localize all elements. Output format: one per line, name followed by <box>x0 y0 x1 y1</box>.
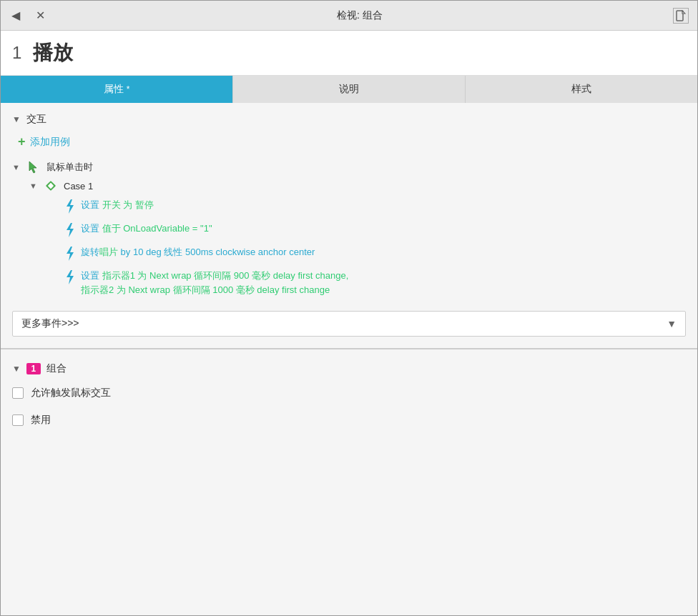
allow-mouse-label: 允许触发鼠标交互 <box>31 387 111 399</box>
allow-mouse-row: 允许触发鼠标交互 <box>1 379 697 407</box>
titlebar-controls: ◀ ✕ <box>9 9 46 22</box>
action-text-2: 设置 值于 OnLoadVariable = "1" <box>81 222 212 236</box>
bolt-icon-2 <box>65 222 75 239</box>
group-header: ▼ 1 组合 <box>1 358 697 379</box>
add-case-label: 添加用例 <box>30 136 70 149</box>
case-expand-arrow-icon[interactable]: ▼ <box>29 182 38 190</box>
main-content: ▼ 交互 + 添加用例 ▼ 鼠标单击时 ▼ <box>1 103 697 615</box>
group-label: 组合 <box>46 362 67 375</box>
bolt-icon-1 <box>65 198 75 216</box>
page-title: 播放 <box>33 39 73 66</box>
main-window: ◀ ✕ 检视: 组合 1 播放 属性* 说明 样式 ▼ 交互 <box>0 0 698 616</box>
case1-label: Case 1 <box>64 181 93 192</box>
action-row-2: 设置 值于 OnLoadVariable = "1" <box>1 219 697 242</box>
action-text-3: 旋转唱片 by 10 deg 线性 500ms clockwise anchor… <box>81 245 315 259</box>
action-row-4: 设置 指示器1 为 Next wrap 循环间隔 900 毫秒 delay fi… <box>1 266 697 299</box>
action-text-4: 设置 指示器1 为 Next wrap 循环间隔 900 毫秒 delay fi… <box>81 269 348 297</box>
disable-row: 禁用 <box>1 407 697 434</box>
more-events-dropdown[interactable]: 更多事件>>> ▼ <box>12 311 686 337</box>
page-number: 1 <box>12 43 21 63</box>
allow-mouse-checkbox[interactable] <box>12 387 24 399</box>
disable-label: 禁用 <box>31 414 51 427</box>
svg-marker-6 <box>67 247 74 261</box>
group-badge: 1 <box>26 363 41 374</box>
mouse-event-label: 鼠标单击时 <box>46 161 93 174</box>
more-events-label: 更多事件>>> <box>21 317 79 330</box>
svg-marker-7 <box>67 270 74 284</box>
svg-marker-1 <box>29 162 36 173</box>
action-row-1: 设置 开关 为 暂停 <box>1 195 697 219</box>
mouse-icon <box>26 160 41 174</box>
svg-marker-5 <box>67 223 74 237</box>
tab-bar: 属性* 说明 样式 <box>1 76 697 103</box>
tab-description[interactable]: 说明 <box>233 76 466 103</box>
bolt-icon-3 <box>65 245 75 263</box>
mouse-event-row: ▼ 鼠标单击时 <box>1 158 697 177</box>
group-collapse-arrow-icon[interactable]: ▼ <box>12 364 21 374</box>
dropdown-arrow-icon: ▼ <box>667 318 677 329</box>
expand-arrow-icon[interactable]: ▼ <box>12 163 21 172</box>
back-icon[interactable]: ◀ <box>9 9 22 22</box>
tab-properties[interactable]: 属性* <box>1 76 233 103</box>
tab-style[interactable]: 样式 <box>466 76 697 103</box>
action-text-1: 设置 开关 为 暂停 <box>81 198 154 212</box>
case-icon <box>44 179 58 193</box>
collapse-arrow-icon[interactable]: ▼ <box>12 114 21 124</box>
svg-marker-4 <box>67 199 74 214</box>
file-icon[interactable] <box>673 8 689 24</box>
page-header: 1 播放 <box>1 31 697 76</box>
action-row-3: 旋转唱片 by 10 deg 线性 500ms clockwise anchor… <box>1 242 697 266</box>
bolt-icon-4 <box>65 269 75 287</box>
titlebar: ◀ ✕ 检视: 组合 <box>1 1 697 31</box>
titlebar-title: 检视: 组合 <box>337 9 383 22</box>
group-section: ▼ 1 组合 允许触发鼠标交互 禁用 <box>1 348 697 442</box>
add-use-case-link[interactable]: + 添加用例 <box>1 131 697 158</box>
case1-row: ▼ Case 1 <box>1 177 697 195</box>
close-icon[interactable]: ✕ <box>34 9 46 22</box>
add-plus-icon: + <box>18 134 26 149</box>
interaction-label: 交互 <box>26 113 46 126</box>
interaction-section-header: ▼ 交互 <box>1 103 697 131</box>
disable-checkbox[interactable] <box>12 414 24 426</box>
